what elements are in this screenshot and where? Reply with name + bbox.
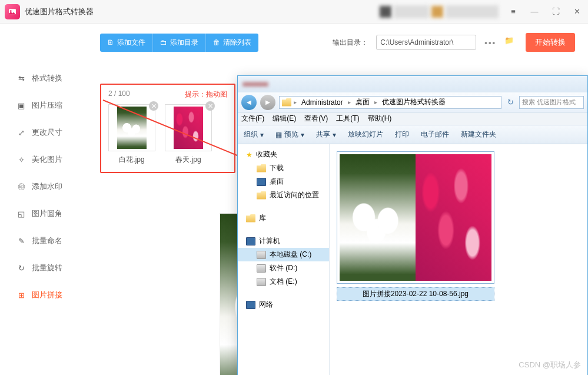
cmd-share[interactable]: 共享 ▾ <box>316 130 336 140</box>
thumb-item[interactable]: ✕ 白花.jpg <box>108 104 155 165</box>
maximize-icon[interactable]: ⛶ <box>549 5 562 18</box>
nav-forward-icon[interactable]: ► <box>260 95 275 110</box>
sidebar-item-resize[interactable]: ⤢更改尺寸 <box>0 119 87 146</box>
output-path-input[interactable] <box>376 35 476 50</box>
tree-drive-c[interactable]: 本地磁盘 (C:) <box>238 248 329 261</box>
thumb-item[interactable]: ✕ 春天.jpg <box>165 104 212 165</box>
menu-file[interactable]: 文件(F) <box>241 114 264 124</box>
convert-icon: ⇆ <box>16 74 26 83</box>
close-icon[interactable]: ✕ <box>570 5 583 18</box>
thumb-label: 白花.jpg <box>108 155 155 165</box>
resize-icon: ⤢ <box>16 128 26 137</box>
menu-view[interactable]: 查看(V) <box>304 114 328 124</box>
minimize-icon[interactable]: — <box>528 5 541 18</box>
explorer-window[interactable]: ■■■■■■ ◄ ► ▸ Administrator▸ 桌面▸ 优速图片格式转换… <box>237 75 588 375</box>
image-list-panel: 2 / 100 提示：拖动图 ✕ 白花.jpg ✕ 春天.jpg <box>100 84 235 173</box>
add-dir-button[interactable]: 🗀添加目录 <box>153 34 206 52</box>
add-file-button[interactable]: 🗎添加文件 <box>100 34 153 52</box>
tree-downloads[interactable]: 下载 <box>238 161 329 175</box>
menu-tools[interactable]: 工具(T) <box>336 114 359 124</box>
svg-point-1 <box>10 10 12 12</box>
menu-bar: 文件(F) 编辑(E) 查看(V) 工具(T) 帮助(H) <box>238 112 587 125</box>
sidebar-item-rotate[interactable]: ↻批量旋转 <box>0 254 87 281</box>
computer-icon <box>246 237 255 245</box>
rename-icon: ✎ <box>16 236 26 245</box>
sidebar-item-compress[interactable]: ▣图片压缩 <box>0 92 87 119</box>
sidebar: ⇆格式转换 ▣图片压缩 ⤢更改尺寸 ✧美化图片 ㊞添加水印 ◱图片圆角 ✎批量命… <box>0 24 87 375</box>
remove-thumb-icon[interactable]: ✕ <box>149 101 158 111</box>
file-name[interactable]: 图片拼接2023-02-22 10-08-56.jpg <box>337 287 494 301</box>
cmd-slideshow[interactable]: 放映幻灯片 <box>348 130 383 140</box>
tree-recent[interactable]: 最近访问的位置 <box>238 188 329 202</box>
browse-button[interactable]: ••• <box>484 38 496 47</box>
image-count: 2 / 100 <box>108 89 130 99</box>
rotate-icon: ↻ <box>16 263 26 273</box>
tree-drive-d[interactable]: 软件 (D:) <box>238 261 329 275</box>
menu-icon[interactable]: ≡ <box>507 5 520 18</box>
refresh-icon[interactable]: ↻ <box>505 96 516 109</box>
drag-hint: 提示：拖动图 <box>185 89 227 99</box>
tree-library[interactable]: 库 <box>238 211 329 225</box>
beautify-icon: ✧ <box>16 155 26 164</box>
tree-network[interactable]: 网络 <box>238 298 329 311</box>
explorer-nav: ◄ ► ▸ Administrator▸ 桌面▸ 优速图片格式转换器 ↻ 搜索 … <box>238 92 587 112</box>
sidebar-item-format[interactable]: ⇆格式转换 <box>0 65 87 92</box>
watermark-icon: ㊞ <box>16 182 26 191</box>
folder-icon <box>282 98 291 107</box>
cmd-email[interactable]: 电子邮件 <box>421 130 449 140</box>
command-bar: 组织 ▾ ▦ 预览 ▾ 共享 ▾ 放映幻灯片 打印 电子邮件 新建文件夹 <box>238 125 587 144</box>
output-label: 输出目录： <box>333 38 368 48</box>
drive-icon <box>257 264 266 273</box>
compress-icon: ▣ <box>16 101 26 110</box>
star-icon: ★ <box>246 151 253 159</box>
sidebar-item-corners[interactable]: ◱图片圆角 <box>0 200 87 227</box>
desktop-icon <box>257 178 266 186</box>
corners-icon: ◱ <box>16 209 26 218</box>
sidebar-item-beautify[interactable]: ✧美化图片 <box>0 146 87 173</box>
cmd-organize[interactable]: 组织 ▾ <box>244 130 264 140</box>
sidebar-item-watermark[interactable]: ㊞添加水印 <box>0 173 87 200</box>
breadcrumb[interactable]: ▸ Administrator▸ 桌面▸ 优速图片格式转换器 <box>279 96 501 109</box>
menu-help[interactable]: 帮助(H) <box>368 114 392 124</box>
tree-desktop[interactable]: 桌面 <box>238 175 329 188</box>
drive-icon <box>257 278 266 286</box>
start-convert-button[interactable]: 开始转换 <box>526 33 575 52</box>
thumb-label: 春天.jpg <box>165 155 212 165</box>
open-folder-icon[interactable]: 📁 <box>504 36 517 49</box>
search-input[interactable]: 搜索 优速图片格式 <box>519 96 584 109</box>
file-item[interactable]: 图片拼接2023-02-22 10-08-56.jpg <box>337 151 494 301</box>
tree-favorites[interactable]: ★收藏夹 <box>238 148 329 161</box>
cmd-preview[interactable]: ▦ 预览 ▾ <box>275 130 304 140</box>
app-logo <box>5 4 20 19</box>
file-pane: 图片拼接2023-02-22 10-08-56.jpg <box>330 144 587 375</box>
clear-list-button[interactable]: 🗑清除列表 <box>206 34 258 52</box>
drive-icon <box>257 251 266 259</box>
remove-thumb-icon[interactable]: ✕ <box>205 101 215 111</box>
cmd-newfolder[interactable]: 新建文件夹 <box>461 130 496 140</box>
tree-computer[interactable]: 计算机 <box>238 234 329 248</box>
sidebar-item-rename[interactable]: ✎批量命名 <box>0 227 87 254</box>
app-title: 优速图片格式转换器 <box>25 6 94 17</box>
file-icon: 🗎 <box>107 38 114 47</box>
file-thumb-right <box>416 154 491 281</box>
file-thumb-left <box>340 154 416 281</box>
trash-icon: 🗑 <box>213 38 220 47</box>
sidebar-item-stitch[interactable]: ⊞图片拼接 <box>0 281 87 308</box>
watermark: CSDN @职场人参 <box>519 360 581 370</box>
nav-back-icon[interactable]: ◄ <box>241 95 257 110</box>
folder-icon: 🗀 <box>160 38 167 47</box>
toolbar: 🗎添加文件 🗀添加目录 🗑清除列表 输出目录： ••• 📁 开始转换 <box>87 24 588 61</box>
library-icon <box>246 214 255 223</box>
window-controls: ≡ — ⛶ ✕ <box>507 5 583 18</box>
app-titlebar: 优速图片格式转换器 ≡ — ⛶ ✕ <box>0 0 588 24</box>
folder-icon <box>257 164 266 172</box>
cmd-print[interactable]: 打印 <box>395 130 409 140</box>
tree-drive-e[interactable]: 文档 (E:) <box>238 275 329 288</box>
thumb-image <box>174 107 203 149</box>
menu-edit[interactable]: 编辑(E) <box>273 114 296 124</box>
folder-icon <box>257 191 266 200</box>
network-icon <box>246 301 255 309</box>
thumb-image <box>117 107 147 149</box>
explorer-titlebar: ■■■■■■ <box>238 76 587 92</box>
tree-pane: ★收藏夹 下载 桌面 最近访问的位置 库 计算机 本地磁盘 (C:) 软件 (D… <box>238 144 330 375</box>
